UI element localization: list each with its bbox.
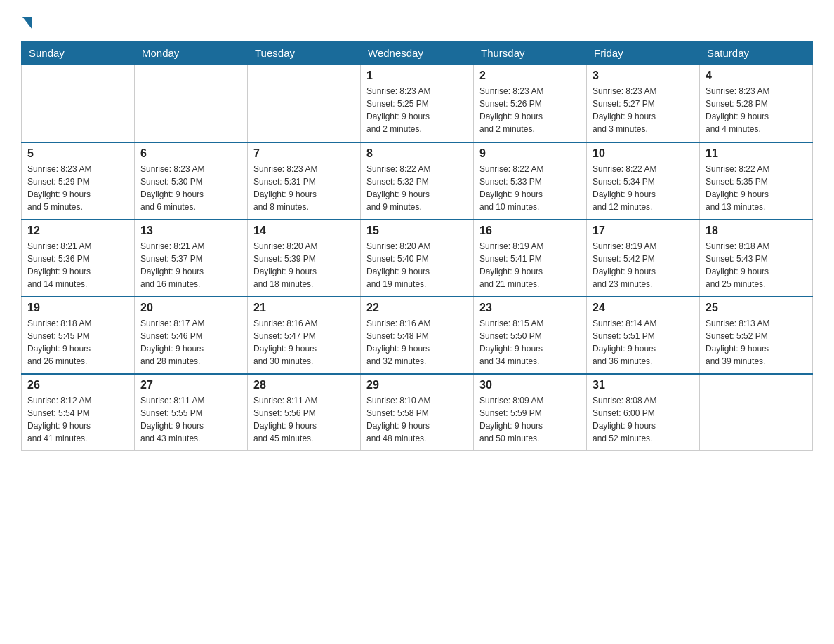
- day-number: 5: [27, 147, 128, 160]
- day-info: Sunrise: 8:20 AM Sunset: 5:39 PM Dayligh…: [253, 240, 355, 290]
- calendar-day-cell: 18Sunrise: 8:18 AM Sunset: 5:43 PM Dayli…: [700, 220, 813, 297]
- day-info: Sunrise: 8:23 AM Sunset: 5:26 PM Dayligh…: [479, 85, 581, 135]
- day-info: Sunrise: 8:21 AM Sunset: 5:36 PM Dayligh…: [27, 240, 128, 290]
- day-number: 10: [593, 147, 694, 160]
- calendar-day-cell: 3Sunrise: 8:23 AM Sunset: 5:27 PM Daylig…: [587, 65, 700, 142]
- calendar-day-cell: [22, 65, 135, 142]
- day-number: 26: [27, 379, 128, 391]
- day-info: Sunrise: 8:20 AM Sunset: 5:40 PM Dayligh…: [366, 240, 468, 290]
- day-info: Sunrise: 8:17 AM Sunset: 5:46 PM Dayligh…: [140, 317, 241, 368]
- day-info: Sunrise: 8:22 AM Sunset: 5:32 PM Dayligh…: [366, 163, 468, 213]
- day-number: 4: [706, 69, 807, 82]
- calendar-day-cell: 28Sunrise: 8:11 AM Sunset: 5:56 PM Dayli…: [248, 374, 361, 451]
- calendar-day-cell: 26Sunrise: 8:12 AM Sunset: 5:54 PM Dayli…: [22, 374, 135, 451]
- day-info: Sunrise: 8:23 AM Sunset: 5:29 PM Dayligh…: [27, 163, 128, 213]
- day-number: 2: [479, 69, 581, 82]
- calendar-day-cell: 11Sunrise: 8:22 AM Sunset: 5:35 PM Dayli…: [700, 142, 813, 220]
- calendar-day-cell: 9Sunrise: 8:22 AM Sunset: 5:33 PM Daylig…: [474, 142, 587, 220]
- calendar-day-cell: 8Sunrise: 8:22 AM Sunset: 5:32 PM Daylig…: [361, 142, 474, 220]
- calendar-table: SundayMondayTuesdayWednesdayThursdayFrid…: [21, 41, 813, 451]
- day-info: Sunrise: 8:23 AM Sunset: 5:28 PM Dayligh…: [706, 85, 807, 135]
- day-number: 13: [140, 224, 241, 237]
- calendar-day-cell: 22Sunrise: 8:16 AM Sunset: 5:48 PM Dayli…: [361, 297, 474, 374]
- calendar-week-row: 5Sunrise: 8:23 AM Sunset: 5:29 PM Daylig…: [22, 142, 813, 220]
- day-number: 31: [593, 379, 694, 391]
- weekday-header-thursday: Thursday: [474, 41, 587, 65]
- day-number: 12: [27, 224, 128, 237]
- day-number: 21: [253, 302, 355, 314]
- calendar-day-cell: 5Sunrise: 8:23 AM Sunset: 5:29 PM Daylig…: [22, 142, 135, 220]
- day-info: Sunrise: 8:23 AM Sunset: 5:27 PM Dayligh…: [593, 85, 694, 135]
- calendar-day-cell: 12Sunrise: 8:21 AM Sunset: 5:36 PM Dayli…: [22, 220, 135, 297]
- day-info: Sunrise: 8:08 AM Sunset: 6:00 PM Dayligh…: [593, 394, 694, 445]
- calendar-day-cell: 23Sunrise: 8:15 AM Sunset: 5:50 PM Dayli…: [474, 297, 587, 374]
- weekday-header-sunday: Sunday: [22, 41, 135, 65]
- day-info: Sunrise: 8:19 AM Sunset: 5:42 PM Dayligh…: [593, 240, 694, 290]
- day-number: 29: [366, 379, 468, 391]
- day-number: 6: [140, 147, 241, 160]
- weekday-header-saturday: Saturday: [700, 41, 813, 65]
- day-info: Sunrise: 8:18 AM Sunset: 5:45 PM Dayligh…: [27, 317, 128, 368]
- day-number: 18: [706, 224, 807, 237]
- calendar-day-cell: 17Sunrise: 8:19 AM Sunset: 5:42 PM Dayli…: [587, 220, 700, 297]
- calendar-day-cell: 19Sunrise: 8:18 AM Sunset: 5:45 PM Dayli…: [22, 297, 135, 374]
- calendar-day-cell: 14Sunrise: 8:20 AM Sunset: 5:39 PM Dayli…: [248, 220, 361, 297]
- day-info: Sunrise: 8:22 AM Sunset: 5:35 PM Dayligh…: [706, 163, 807, 213]
- day-number: 28: [253, 379, 355, 391]
- day-info: Sunrise: 8:15 AM Sunset: 5:50 PM Dayligh…: [479, 317, 581, 368]
- day-info: Sunrise: 8:23 AM Sunset: 5:30 PM Dayligh…: [140, 163, 241, 213]
- day-number: 24: [593, 302, 694, 314]
- calendar-day-cell: [248, 65, 361, 142]
- day-number: 27: [140, 379, 241, 391]
- day-info: Sunrise: 8:14 AM Sunset: 5:51 PM Dayligh…: [593, 317, 694, 368]
- calendar-day-cell: 16Sunrise: 8:19 AM Sunset: 5:41 PM Dayli…: [474, 220, 587, 297]
- weekday-header-monday: Monday: [135, 41, 248, 65]
- day-info: Sunrise: 8:13 AM Sunset: 5:52 PM Dayligh…: [706, 317, 807, 368]
- day-info: Sunrise: 8:19 AM Sunset: 5:41 PM Dayligh…: [479, 240, 581, 290]
- calendar-day-cell: 24Sunrise: 8:14 AM Sunset: 5:51 PM Dayli…: [587, 297, 700, 374]
- day-number: 9: [479, 147, 581, 160]
- day-info: Sunrise: 8:18 AM Sunset: 5:43 PM Dayligh…: [706, 240, 807, 290]
- calendar-day-cell: [700, 374, 813, 451]
- calendar-week-row: 19Sunrise: 8:18 AM Sunset: 5:45 PM Dayli…: [22, 297, 813, 374]
- day-info: Sunrise: 8:22 AM Sunset: 5:34 PM Dayligh…: [593, 163, 694, 213]
- day-info: Sunrise: 8:11 AM Sunset: 5:55 PM Dayligh…: [140, 394, 241, 445]
- day-info: Sunrise: 8:09 AM Sunset: 5:59 PM Dayligh…: [479, 394, 581, 445]
- calendar-week-row: 1Sunrise: 8:23 AM Sunset: 5:25 PM Daylig…: [22, 65, 813, 142]
- calendar-day-cell: 15Sunrise: 8:20 AM Sunset: 5:40 PM Dayli…: [361, 220, 474, 297]
- day-number: 15: [366, 224, 468, 237]
- calendar-day-cell: 6Sunrise: 8:23 AM Sunset: 5:30 PM Daylig…: [135, 142, 248, 220]
- logo-arrow-icon: [22, 17, 32, 29]
- day-number: 19: [27, 302, 128, 314]
- calendar-day-cell: 20Sunrise: 8:17 AM Sunset: 5:46 PM Dayli…: [135, 297, 248, 374]
- day-info: Sunrise: 8:16 AM Sunset: 5:48 PM Dayligh…: [366, 317, 468, 368]
- weekday-header-row: SundayMondayTuesdayWednesdayThursdayFrid…: [22, 41, 813, 65]
- day-number: 3: [593, 69, 694, 82]
- day-number: 20: [140, 302, 241, 314]
- day-number: 1: [366, 69, 468, 82]
- calendar-day-cell: 30Sunrise: 8:09 AM Sunset: 5:59 PM Dayli…: [474, 374, 587, 451]
- day-number: 30: [479, 379, 581, 391]
- day-info: Sunrise: 8:21 AM Sunset: 5:37 PM Dayligh…: [140, 240, 241, 290]
- calendar-day-cell: 31Sunrise: 8:08 AM Sunset: 6:00 PM Dayli…: [587, 374, 700, 451]
- calendar-week-row: 12Sunrise: 8:21 AM Sunset: 5:36 PM Dayli…: [22, 220, 813, 297]
- day-info: Sunrise: 8:12 AM Sunset: 5:54 PM Dayligh…: [27, 394, 128, 445]
- day-info: Sunrise: 8:11 AM Sunset: 5:56 PM Dayligh…: [253, 394, 355, 445]
- logo: [21, 14, 32, 27]
- day-info: Sunrise: 8:23 AM Sunset: 5:31 PM Dayligh…: [253, 163, 355, 213]
- calendar-day-cell: 7Sunrise: 8:23 AM Sunset: 5:31 PM Daylig…: [248, 142, 361, 220]
- day-number: 22: [366, 302, 468, 314]
- calendar-day-cell: 27Sunrise: 8:11 AM Sunset: 5:55 PM Dayli…: [135, 374, 248, 451]
- day-info: Sunrise: 8:23 AM Sunset: 5:25 PM Dayligh…: [366, 85, 468, 135]
- day-number: 8: [366, 147, 468, 160]
- day-number: 23: [479, 302, 581, 314]
- day-number: 14: [253, 224, 355, 237]
- calendar-day-cell: 10Sunrise: 8:22 AM Sunset: 5:34 PM Dayli…: [587, 142, 700, 220]
- calendar-day-cell: 4Sunrise: 8:23 AM Sunset: 5:28 PM Daylig…: [700, 65, 813, 142]
- weekday-header-tuesday: Tuesday: [248, 41, 361, 65]
- day-number: 25: [706, 302, 807, 314]
- day-number: 16: [479, 224, 581, 237]
- calendar-day-cell: 13Sunrise: 8:21 AM Sunset: 5:37 PM Dayli…: [135, 220, 248, 297]
- day-info: Sunrise: 8:22 AM Sunset: 5:33 PM Dayligh…: [479, 163, 581, 213]
- calendar-week-row: 26Sunrise: 8:12 AM Sunset: 5:54 PM Dayli…: [22, 374, 813, 451]
